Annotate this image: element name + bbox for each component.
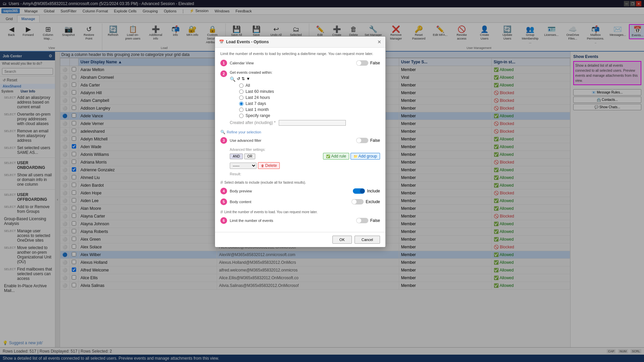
advanced-filter-label-val: False [370, 138, 380, 143]
body-content-row: 5 Body content Exclude [220, 198, 380, 205]
modal-body: Limit the number of events to load by se… [215, 48, 385, 232]
advanced-filter-label: Use advanced filter [230, 138, 354, 142]
modal-description: Limit the number of events to load by se… [220, 52, 380, 56]
modal-title: 📅 Load Events - Options [219, 40, 269, 44]
modal-close-button[interactable]: ✕ [377, 39, 381, 45]
cancel-button[interactable]: Cancel [355, 236, 380, 244]
events-within-label: Get events created within: [230, 70, 380, 74]
calendar-view-toggle[interactable]: False [356, 60, 380, 66]
created-after-label: Created after (including) * [230, 120, 380, 126]
body-preview-track[interactable] [353, 188, 365, 194]
advanced-filter-track[interactable] [356, 138, 368, 143]
step-5-badge: 5 [220, 198, 227, 205]
limit-events-label: Limit the number of events [230, 219, 354, 223]
filter-events-icon[interactable]: ▼ [246, 76, 250, 82]
refine-selection-bar: 🔍 Refine your selection [220, 130, 380, 134]
limit-desc-section: # Limit the number of events to load. Yo… [220, 209, 380, 215]
limit-events-track[interactable] [356, 218, 368, 223]
events-within-section: Get events created within: 🔍 ↺ ⇅ ▼ All L… [230, 70, 380, 126]
modal-footer: OK Cancel [215, 232, 385, 247]
select-details-icon: # [220, 180, 223, 185]
add-rule-button[interactable]: ✅ Add rule [323, 153, 349, 160]
calendar-view-thumb [357, 61, 361, 65]
calendar-view-row: 1 Calendar View False [220, 60, 380, 66]
body-preview-thumb [360, 189, 365, 193]
modal-overlay: 📅 Load Events - Options ✕ Limit the numb… [0, 0, 644, 362]
select-details-desc: Select details to include (exclude all f… [224, 181, 306, 184]
events-within-row: 2 Get events created within: 🔍 ↺ ⇅ ▼ All… [220, 70, 380, 126]
load-events-modal: 📅 Load Events - Options ✕ Limit the numb… [215, 36, 386, 247]
modal-calendar-icon: 📅 [219, 40, 224, 44]
step-3-badge: 3 [220, 137, 227, 144]
body-content-label: Body content [230, 200, 349, 204]
events-radio-group: All Last 60 minutes Last 24 hours Last 7… [239, 83, 380, 118]
body-preview-row: 4 Body preview Include [220, 188, 380, 194]
filter-search-icon: 🔍 [220, 130, 225, 134]
radio-60min[interactable]: Last 60 minutes [239, 89, 380, 94]
radio-all[interactable]: All [239, 83, 380, 88]
body-preview-label: Body preview [230, 189, 350, 193]
radio-specify[interactable]: Specify range [239, 113, 380, 118]
advanced-filter-thumb [357, 138, 361, 143]
add-group-button[interactable]: 📁 Add group [351, 153, 380, 160]
limit-desc-text: Limit the number of events to load. You … [224, 210, 318, 214]
body-content-thumb [352, 199, 357, 204]
limit-events-toggle-label: False [370, 218, 380, 223]
radio-7days[interactable]: Last 7 days [239, 101, 380, 106]
advanced-filter-settings: Advanced filter settings: AND OR ✅ Add r… [230, 148, 380, 176]
body-content-track[interactable] [352, 199, 364, 204]
step-4-badge: 4 [220, 188, 227, 194]
radio-24hrs[interactable]: Last 24 hours [239, 95, 380, 100]
filter-controls-row: AND OR ✅ Add rule 📁 Add group [230, 153, 380, 160]
modal-header: 📅 Load Events - Options ✕ [215, 37, 385, 48]
step-1-badge: 1 [220, 60, 227, 66]
body-preview-toggle[interactable]: Include [353, 188, 380, 194]
limit-events-toggle[interactable]: False [356, 218, 380, 223]
select-details-section: # Select details to include (exclude all… [220, 180, 380, 185]
step-2-badge: 2 [220, 70, 227, 77]
step-6-badge: 6 [220, 217, 227, 224]
filter-field-select[interactable]: ------ [230, 163, 257, 169]
filter-row-select: ------ 🗑 Delete [230, 162, 380, 169]
limit-desc-icon: # [220, 209, 223, 215]
advanced-filter-toggle[interactable]: False [356, 138, 380, 143]
body-preview-toggle-label: Include [367, 189, 380, 193]
sort-events-icon[interactable]: ⇅ [241, 76, 245, 82]
calendar-view-track[interactable] [356, 60, 368, 66]
calendar-view-label: Calendar View [230, 61, 354, 65]
advanced-filter-settings-label: Advanced filter settings: [230, 148, 380, 152]
result-label: Result: [230, 172, 380, 176]
filter-or-button[interactable]: OR [244, 154, 255, 159]
limit-events-thumb [357, 218, 361, 223]
events-toolbar: 🔍 ↺ ⇅ ▼ [230, 76, 380, 82]
calendar-view-toggle-label: False [370, 61, 380, 65]
body-content-toggle-label: Exclude [366, 199, 380, 204]
body-content-toggle[interactable]: Exclude [352, 199, 380, 204]
advanced-filter-row: 3 Use advanced filter False [220, 137, 380, 144]
created-after-input[interactable] [279, 120, 346, 126]
delete-rule-button[interactable]: 🗑 Delete [258, 162, 280, 169]
filter-and-button[interactable]: AND [230, 154, 243, 159]
radio-1month[interactable]: Last 1 month [239, 107, 380, 112]
limit-events-row: 6 Limit the number of events False [220, 217, 380, 224]
ok-button[interactable]: OK [332, 236, 352, 244]
search-events-icon[interactable]: 🔍 [230, 76, 235, 82]
refresh-events-icon[interactable]: ↺ [237, 76, 240, 82]
refine-label: Refine your selection [227, 130, 261, 134]
